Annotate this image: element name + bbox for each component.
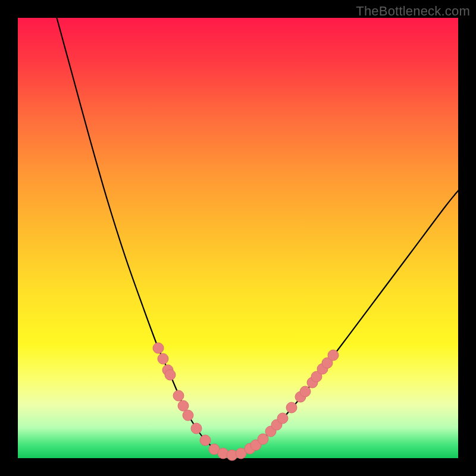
sample-dot [158, 353, 168, 364]
bottleneck-curve [54, 6, 461, 455]
sample-dot [286, 402, 297, 413]
sample-dot [200, 435, 211, 446]
sample-dot [191, 423, 202, 434]
sample-dot [173, 390, 184, 401]
sample-dot [153, 343, 164, 353]
sample-dot [300, 386, 311, 397]
sample-dot [165, 369, 176, 380]
sample-dots [153, 343, 339, 461]
sample-dot [178, 400, 189, 411]
sample-dot [277, 413, 288, 424]
sample-dot [328, 350, 339, 361]
attribution-watermark: TheBottleneck.com [356, 4, 470, 19]
bottleneck-chart [18, 18, 458, 458]
sample-dot [183, 410, 193, 421]
